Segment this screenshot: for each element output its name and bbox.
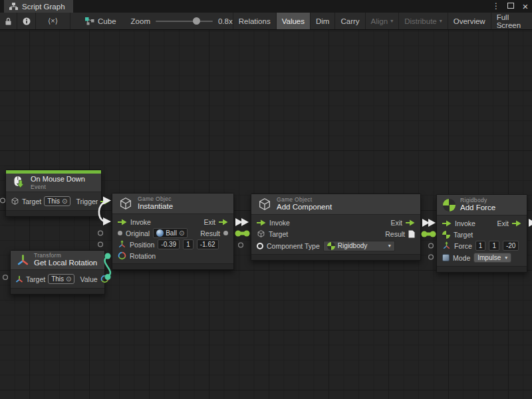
full-screen-button[interactable]: Full Screen bbox=[491, 13, 532, 29]
target-value-field[interactable]: This ⊙ bbox=[48, 274, 74, 284]
lock-button[interactable] bbox=[0, 13, 17, 29]
target-value: This bbox=[51, 275, 64, 283]
align-button[interactable]: Align ▾ bbox=[365, 13, 399, 29]
maximize-icon[interactable] bbox=[505, 0, 516, 13]
flow-arrow-icon[interactable] bbox=[219, 219, 228, 225]
position-y-field[interactable]: 1 bbox=[183, 239, 194, 249]
values-button[interactable]: Values bbox=[276, 13, 310, 29]
node-header[interactable]: Game Object Add Component bbox=[251, 194, 420, 215]
force-z: -20 bbox=[506, 242, 515, 249]
node-on-mouse-down[interactable]: On Mouse Down Event Target This ⊙ Trigge… bbox=[5, 170, 102, 217]
close-icon[interactable]: × bbox=[520, 0, 531, 13]
dim-button[interactable]: Dim bbox=[310, 13, 334, 29]
menu-kebab-icon[interactable]: ⋮ bbox=[491, 0, 501, 13]
position-z-field[interactable]: -1.62 bbox=[197, 239, 219, 249]
relations-button[interactable]: Relations bbox=[233, 13, 276, 29]
port-addcomponent-componenttype[interactable] bbox=[239, 243, 243, 247]
position-x-field[interactable]: -0.39 bbox=[158, 239, 180, 249]
rotation-icon[interactable] bbox=[100, 275, 109, 283]
object-picker-icon[interactable]: ⊙ bbox=[66, 276, 71, 283]
distribute-button[interactable]: Distribute ▾ bbox=[398, 13, 448, 29]
force-y-field[interactable]: 1 bbox=[489, 241, 499, 251]
port-instantiate-position[interactable] bbox=[98, 242, 103, 247]
flow-arrow-icon[interactable] bbox=[257, 219, 266, 226]
node-header[interactable]: On Mouse Down Event bbox=[6, 174, 101, 192]
overview-button[interactable]: Overview bbox=[448, 13, 491, 29]
port-getlocalrotation-target[interactable] bbox=[3, 275, 8, 280]
tab-title: Script Graph bbox=[22, 3, 65, 11]
transform-icon bbox=[15, 275, 23, 283]
component-type-port[interactable] bbox=[257, 243, 263, 249]
target-port-label: Target bbox=[269, 230, 288, 238]
graph-breadcrumb[interactable]: Cube bbox=[84, 13, 116, 29]
node-title: Add Component bbox=[277, 203, 332, 212]
tab-script-graph[interactable]: Script Graph bbox=[4, 0, 73, 13]
force-y: 1 bbox=[492, 242, 496, 249]
game-object-icon bbox=[257, 229, 265, 238]
node-header[interactable]: Transform Get Local Rotation bbox=[11, 251, 104, 270]
chevron-down-icon: ▾ bbox=[390, 18, 393, 24]
node-title: Instantiate bbox=[138, 202, 173, 211]
rigidbody-icon bbox=[442, 231, 450, 239]
force-x-field[interactable]: 1 bbox=[475, 241, 486, 251]
invoke-port-label: Invoke bbox=[269, 219, 290, 227]
force-x: 1 bbox=[479, 242, 483, 249]
original-port[interactable] bbox=[118, 231, 122, 235]
distribute-label: Distribute bbox=[404, 17, 437, 25]
node-title: On Mouse Down bbox=[31, 175, 85, 184]
mouse-down-icon bbox=[12, 176, 26, 190]
zoom-slider[interactable] bbox=[156, 21, 213, 22]
node-footer bbox=[251, 254, 420, 260]
flow-arrow-icon[interactable] bbox=[442, 220, 452, 227]
document-icon[interactable] bbox=[408, 230, 415, 238]
trigger-port-label: Trigger bbox=[76, 198, 98, 205]
port-addforce-force[interactable] bbox=[429, 243, 434, 248]
position-x: -0.39 bbox=[161, 241, 176, 248]
game-object-icon bbox=[11, 197, 19, 205]
result-port[interactable] bbox=[223, 231, 228, 235]
flow-arrow-icon[interactable] bbox=[512, 220, 521, 227]
node-header[interactable]: Game Objec Instantiate bbox=[112, 194, 233, 214]
code-icon: ⟨×⟩ bbox=[48, 17, 58, 25]
position-y: 1 bbox=[186, 241, 190, 248]
transform-icon bbox=[17, 254, 29, 267]
component-type-dropdown[interactable]: Rigidbody ▾ bbox=[323, 241, 395, 251]
position-z: -1.62 bbox=[200, 241, 215, 248]
force-z-field[interactable]: -20 bbox=[503, 241, 519, 251]
edit-source-button[interactable]: ⟨×⟩ bbox=[36, 13, 70, 29]
object-picker-icon[interactable]: ⊙ bbox=[179, 230, 184, 237]
zoom-label: Zoom bbox=[131, 17, 150, 25]
prefab-ball-icon bbox=[156, 229, 164, 237]
invoke-port-label: Invoke bbox=[455, 219, 475, 227]
port-onmousedown-target[interactable] bbox=[1, 198, 5, 203]
mode-dropdown[interactable]: Impulse ▾ bbox=[473, 253, 511, 263]
graph-canvas[interactable]: On Mouse Down Event Target This ⊙ Trigge… bbox=[0, 30, 532, 399]
component-type-value: Rigidbody bbox=[338, 242, 367, 249]
target-value-field[interactable]: This ⊙ bbox=[44, 196, 70, 206]
flow-arrow-icon[interactable] bbox=[100, 198, 110, 205]
node-add-component[interactable]: Game Object Add Component Invoke Exit bbox=[251, 194, 421, 261]
object-picker-icon[interactable]: ⊙ bbox=[62, 198, 67, 205]
position-icon bbox=[118, 240, 126, 249]
node-footer bbox=[112, 263, 233, 269]
original-value-field[interactable]: Ball ⊙ bbox=[153, 228, 188, 238]
flow-arrow-icon[interactable] bbox=[406, 219, 415, 226]
node-title: Get Local Rotation bbox=[34, 259, 97, 268]
force-port-label: Force bbox=[454, 242, 472, 250]
node-add-force[interactable]: Rigidbody Add Force Invoke Exit Target bbox=[436, 194, 527, 273]
node-header[interactable]: Rigidbody Add Force bbox=[437, 195, 527, 215]
node-get-local-rotation[interactable]: Transform Get Local Rotation Target This… bbox=[10, 250, 105, 295]
node-footer bbox=[11, 288, 104, 294]
rigidbody-icon bbox=[443, 199, 456, 211]
port-instantiate-original[interactable] bbox=[98, 231, 103, 235]
inspect-button[interactable] bbox=[17, 13, 36, 29]
flow-arrow-icon[interactable] bbox=[118, 219, 127, 225]
exit-port-label: Exit bbox=[390, 219, 402, 227]
info-icon bbox=[23, 17, 31, 25]
port-addforce-mode[interactable] bbox=[429, 255, 434, 259]
value-port-label: Value bbox=[80, 275, 97, 283]
node-instantiate[interactable]: Game Objec Instantiate Invoke Exit Origi… bbox=[112, 193, 234, 270]
carry-button[interactable]: Carry bbox=[334, 13, 364, 29]
zoom-slider-handle[interactable] bbox=[193, 17, 200, 25]
graph-name: Cube bbox=[98, 17, 116, 25]
